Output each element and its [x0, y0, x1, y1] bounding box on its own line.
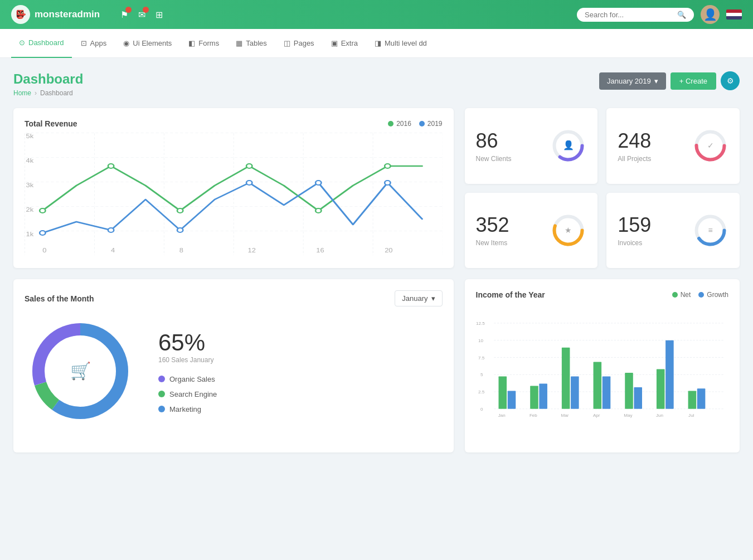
page-title: Dashboard [13, 71, 83, 87]
stat-label-clients: New Clients [476, 155, 512, 163]
nav-item-tables[interactable]: ▦ Tables [228, 29, 275, 58]
brand-icon: 👺 [16, 9, 26, 20]
svg-rect-0 [25, 133, 443, 255]
net-dot [672, 292, 678, 298]
forms-nav-icon: ◧ [188, 39, 195, 47]
income-header: Income of the Year Net Growth [476, 290, 728, 299]
svg-text:🛒: 🛒 [70, 361, 91, 381]
svg-point-17 [385, 164, 390, 168]
breadcrumb-home[interactable]: Home [13, 89, 31, 97]
search-input[interactable] [585, 11, 673, 19]
svg-text:8: 8 [179, 247, 183, 253]
ui-nav-icon: ◉ [123, 39, 129, 47]
revenue-card-header: Total Revenue 2016 2019 [25, 119, 443, 128]
svg-rect-56 [530, 386, 538, 408]
brand: 👺 monsteradmin [11, 5, 111, 24]
page-title-section: Dashboard Home › Dashboard [13, 71, 83, 97]
nav-item-apps[interactable]: ⊡ Apps [73, 29, 115, 58]
nav-item-dashboard[interactable]: ⊙ Dashboard [11, 29, 72, 58]
svg-rect-67 [697, 388, 705, 408]
grid-icon: ⊞ [156, 10, 163, 20]
tables-nav-icon: ▦ [236, 39, 242, 47]
svg-text:★: ★ [565, 226, 572, 235]
sales-percentage: 65% [158, 329, 217, 356]
income-legend: Net Growth [672, 291, 728, 299]
flag-icon-btn[interactable]: ⚑ [120, 9, 128, 20]
settings-icon: ⚙ [727, 76, 734, 85]
svg-rect-65 [665, 340, 674, 409]
legend-organic: Organic Sales [158, 375, 217, 383]
svg-text:5: 5 [480, 372, 483, 377]
topbar-right: 🔍 👤 [577, 5, 742, 24]
revenue-title: Total Revenue [25, 119, 77, 128]
sales-content: 🛒 65% 160 Sales January Organic Sales [25, 315, 443, 427]
svg-rect-62 [625, 373, 633, 409]
breadcrumb-current: Dashboard [40, 89, 73, 97]
date-picker-button[interactable]: January 2019 ▾ [599, 72, 666, 90]
svg-text:0: 0 [42, 247, 46, 253]
svg-text:Mar: Mar [561, 413, 569, 418]
svg-point-13 [108, 164, 114, 168]
stat-donut-clients: 👤 [550, 128, 586, 164]
tables-nav-label: Tables [246, 39, 267, 47]
month-select-value: January [402, 294, 427, 303]
svg-point-23 [385, 181, 390, 185]
svg-point-21 [246, 181, 252, 185]
dashboard-nav-icon: ⊙ [19, 38, 25, 47]
svg-text:5k: 5k [26, 133, 34, 139]
ui-nav-label: Ui Elements [133, 39, 172, 47]
month-chevron-icon: ▾ [431, 294, 435, 303]
flag-us[interactable] [726, 9, 742, 20]
nav-item-forms[interactable]: ◧ Forms [181, 29, 227, 58]
multilevel-nav-icon: ◨ [375, 39, 381, 47]
sales-title: Sales of the Month [25, 294, 94, 303]
month-select[interactable]: January ▾ [395, 290, 442, 306]
svg-rect-54 [498, 376, 507, 408]
svg-point-16 [315, 208, 321, 213]
donut-wrapper: 🛒 [25, 315, 136, 427]
top-row: Total Revenue 2016 2019 [13, 108, 740, 268]
chevron-down-icon: ▾ [654, 77, 658, 85]
grid-icon-btn[interactable]: ⊞ [156, 9, 163, 20]
create-button[interactable]: + Create [671, 72, 716, 90]
dashboard-nav-label: Dashboard [28, 38, 64, 47]
nav-item-multilevel[interactable]: ◨ Multi level dd [367, 29, 435, 58]
svg-rect-59 [571, 376, 579, 408]
stat-info-projects: 248 All Projects [618, 129, 651, 163]
income-chart: 12.5 10 7.5 5 2.5 0 [476, 306, 728, 440]
svg-text:Feb: Feb [529, 413, 537, 418]
stats-grid: 86 New Clients 👤 248 All Projects [465, 108, 740, 268]
extra-nav-icon: ▣ [331, 39, 338, 47]
svg-point-20 [177, 228, 183, 232]
mail-icon-btn[interactable]: ✉ [138, 9, 145, 20]
svg-text:May: May [624, 413, 633, 418]
stat-label-invoices: Invoices [618, 239, 651, 247]
legend-2019: 2019 [419, 120, 443, 128]
sales-info: 65% 160 Sales January Organic Sales Sear… [158, 329, 217, 413]
stat-info-clients: 86 New Clients [476, 129, 512, 163]
svg-text:Jan: Jan [498, 413, 505, 418]
stat-number-clients: 86 [476, 129, 512, 153]
avatar[interactable]: 👤 [701, 5, 720, 24]
sales-legend-list: Organic Sales Search Engine Marketing [158, 375, 217, 413]
stat-donut-projects: ✓ [692, 128, 728, 164]
revenue-chart: 5k 4k 3k 2k 1k 0 4 8 12 16 20 [25, 133, 443, 255]
svg-text:2k: 2k [26, 207, 34, 212]
brand-name: monsteradmin [35, 9, 100, 20]
secondary-navbar: ⊙ Dashboard ⊡ Apps ◉ Ui Elements ◧ Forms… [0, 29, 753, 58]
sales-header: Sales of the Month January ▾ [25, 290, 443, 306]
topbar-icons: ⚑ ✉ ⊞ [120, 9, 163, 20]
svg-text:4: 4 [111, 247, 115, 253]
search-dot [158, 391, 165, 397]
stat-label-projects: All Projects [618, 155, 651, 163]
marketing-dot [158, 406, 165, 412]
svg-rect-58 [561, 348, 570, 409]
stat-card-clients: 86 New Clients 👤 [465, 108, 598, 184]
create-label: + Create [679, 77, 707, 85]
settings-button[interactable]: ⚙ [721, 71, 740, 90]
mail-badge [143, 7, 149, 13]
nav-item-pages[interactable]: ◫ Pages [276, 29, 322, 58]
stat-number-invoices: 159 [618, 213, 651, 237]
nav-item-ui[interactable]: ◉ Ui Elements [115, 29, 179, 58]
nav-item-extra[interactable]: ▣ Extra [323, 29, 366, 58]
